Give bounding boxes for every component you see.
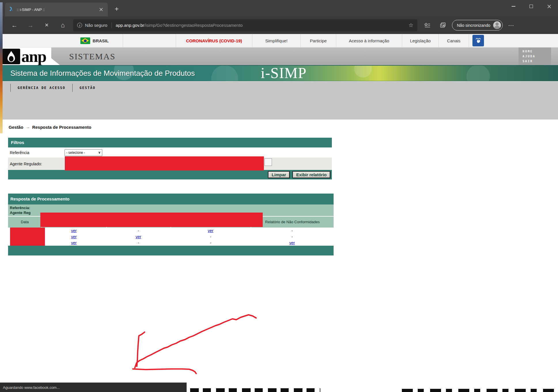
table-row: ver ver - - (8, 234, 334, 240)
redaction-data-column (10, 228, 45, 246)
menu-divider (10, 84, 11, 92)
close-icon[interactable] (540, 0, 558, 13)
dash-value: - (138, 228, 139, 233)
dash-value: - (292, 228, 293, 233)
ver-link[interactable]: ver (71, 234, 77, 239)
sync-status-label: Não sincronizando (457, 23, 490, 28)
site-info-icon[interactable]: i (77, 23, 82, 28)
dash-value: - (292, 234, 293, 239)
status-text: Aguardando www.facebook.com... (3, 385, 60, 390)
main-menu: GERÊNCIA DE ACESSO GESTÃO (0, 82, 558, 94)
collections-icon[interactable] (437, 20, 449, 31)
redaction-agente-field (65, 156, 264, 171)
clipped-text-fragment (402, 389, 555, 392)
add-favorite-star-icon[interactable]: ☆ (408, 22, 413, 29)
gov-spacer (0, 34, 66, 47)
forward-icon[interactable]: → (22, 20, 39, 31)
anp-logo[interactable]: anp (2, 48, 51, 65)
gov-link-simplifique[interactable]: Simplifique! (252, 34, 300, 47)
gov-brand-label: BRASIL (93, 38, 109, 43)
gov-link-legislacao[interactable]: Legislação (402, 34, 438, 47)
browser-tab[interactable]: :: i-SIMP - ANP :: (5, 3, 108, 16)
ver-link[interactable]: ver (71, 240, 77, 245)
ver-link[interactable]: ver (136, 234, 141, 239)
referencia-select[interactable]: - selecione - ∨ (65, 149, 102, 156)
dash-value: - (210, 234, 211, 239)
referencia-label: Referência (8, 150, 65, 155)
gov-link-coronavirus[interactable]: CORONAVÍRUS (COVID-19) (176, 34, 252, 47)
table-row: ver - - ver (8, 240, 334, 246)
browser-titlebar: :: i-SIMP - ANP :: + (0, 0, 558, 16)
exibir-relatorio-button[interactable]: Exibir relatório (292, 171, 330, 178)
quick-links-box: HOME AJUDA SAIR (519, 48, 551, 65)
tab-title: :: i-SIMP - ANP :: (17, 7, 95, 12)
gov-link-participe[interactable]: Participe (300, 34, 336, 47)
results-title: Resposta de Processamento (8, 194, 334, 204)
gov-link-canais[interactable]: Canais (438, 34, 469, 47)
results-body: ver - ver - ver ver - - ver - - ver (8, 228, 334, 246)
maximize-icon[interactable] (522, 0, 540, 13)
libras-accessibility-icon[interactable] (472, 35, 484, 46)
quick-link-sair[interactable]: SAIR (523, 59, 551, 63)
menu-item-gerencia-de-acesso[interactable]: GERÊNCIA DE ACESSO (13, 86, 70, 90)
gov-link-acesso-informacao[interactable]: Acesso à informação (336, 34, 402, 47)
new-tab-button[interactable]: + (112, 4, 122, 14)
url-divider (111, 22, 112, 28)
sistemas-label: SISTEMAS (69, 52, 116, 61)
table-row: ver - ver - (8, 228, 334, 234)
quick-link-home[interactable]: HOME (523, 49, 551, 54)
dash-value: - (138, 240, 139, 245)
results-panel: Resposta de Processamento Referência: Ag… (8, 194, 334, 255)
chevron-down-icon: ∨ (98, 151, 101, 154)
menu-item-gestao[interactable]: GESTÃO (75, 86, 100, 90)
filters-title: Filtros (8, 138, 332, 147)
status-tooltip: Aguardando www.facebook.com... (0, 382, 187, 392)
breadcrumb-current: Resposta de Processamento (32, 125, 91, 130)
breadcrumb: Gestão → Resposta de Processamento (9, 125, 91, 130)
system-banner: Sistema de Informações de Movimentação d… (0, 65, 558, 81)
results-info: Referência: Agente Reg (8, 204, 334, 216)
tab-close-icon[interactable] (98, 6, 104, 13)
ver-link[interactable]: ver (289, 240, 295, 245)
redaction-results-info (40, 213, 263, 227)
window-controls (504, 0, 558, 13)
security-label[interactable]: Não seguro (85, 23, 107, 28)
browser-toolbar: ← → ✕ ⌂ i Não seguro app.anp.gov.br/isim… (0, 16, 558, 34)
home-icon[interactable]: ⌂ (55, 20, 71, 31)
quick-link-ajuda[interactable]: AJUDA (523, 54, 551, 58)
ver-link[interactable]: ver (71, 228, 77, 233)
site-favicon-icon (9, 6, 14, 13)
ver-link[interactable]: ver (208, 228, 213, 233)
minimize-icon[interactable] (504, 0, 522, 13)
url-host: app.anp.gov.br (116, 23, 144, 28)
menu-divider (72, 84, 73, 92)
stop-icon[interactable]: ✕ (39, 20, 55, 31)
gov-brand-brasil[interactable]: BRASIL (66, 34, 123, 47)
col-header-relatorio-nao-conformidades: Relatório de Não Conformidades (251, 217, 334, 228)
profile-button[interactable]: Não sincronizando (452, 20, 503, 31)
gov-header-bar: BRASIL CORONAVÍRUS (COVID-19) Simplifiqu… (0, 34, 558, 48)
sistemas-bar: SISTEMAS (51, 48, 558, 65)
clipped-text-fragment (190, 388, 320, 392)
address-bar[interactable]: i Não seguro app.anp.gov.br/isimp/Go?des… (73, 19, 417, 31)
filters-actions: Limpar Exibir relatório (8, 170, 332, 179)
brazil-flag-icon (80, 37, 90, 44)
desktop-background-sliver (0, 2, 3, 133)
page-content: Gestão → Resposta de Processamento Filtr… (0, 120, 558, 392)
breadcrumb-arrow-icon: → (26, 125, 30, 129)
profile-avatar (493, 21, 501, 29)
agente-regulado-label: Agente Regulado: (8, 162, 65, 166)
more-options-icon[interactable]: ⋯ (506, 22, 517, 29)
favorites-bar-icon[interactable] (421, 20, 433, 31)
results-referencia-label: Referência: (10, 205, 334, 210)
back-icon[interactable]: ← (6, 20, 22, 31)
agente-lookup-input[interactable] (264, 158, 272, 166)
limpar-button[interactable]: Limpar (268, 171, 290, 178)
url-text[interactable]: app.anp.gov.br/isimp/Go?destino=gestaoRe… (116, 23, 406, 28)
filters-panel: Filtros Referência - selecione - ∨ Agent… (8, 138, 332, 179)
anp-app-header: SISTEMAS anp HOME AJUDA SAIR (0, 48, 558, 65)
anp-logo-text: anp (21, 49, 46, 64)
filter-row-referencia: Referência - selecione - ∨ (8, 147, 332, 158)
dash-value: - (210, 240, 211, 245)
anp-drop-icon (2, 49, 20, 64)
